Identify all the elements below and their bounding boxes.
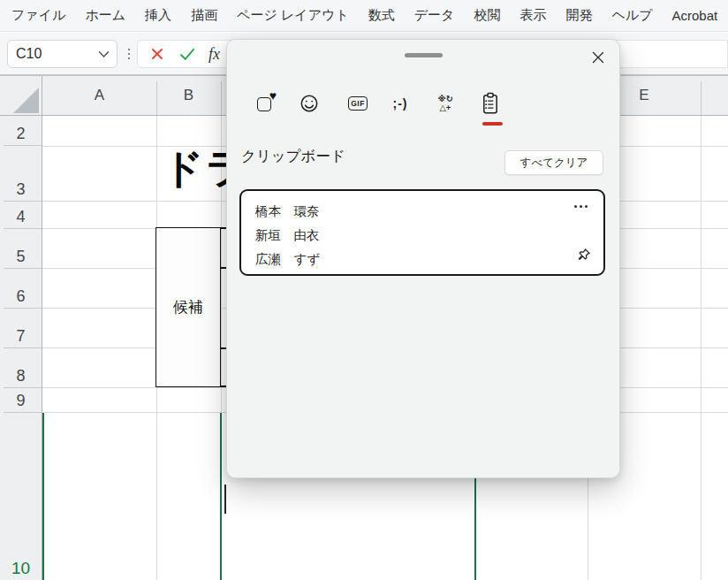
menu-item-view[interactable]: 表示: [519, 7, 546, 24]
emoji-clipboard-panel: ♥ GIF ;-) ※↻ △+: [226, 39, 620, 478]
pin-icon: [574, 247, 592, 264]
header-separator: [4, 412, 42, 413]
panel-drag-handle-icon[interactable]: [405, 53, 443, 57]
tab-gif[interactable]: GIF: [345, 90, 371, 117]
header-separator: [4, 228, 42, 229]
cancel-button[interactable]: [145, 42, 170, 65]
check-icon: [179, 48, 195, 61]
header-separator: [4, 145, 42, 146]
clear-all-button[interactable]: すべてクリア: [504, 150, 603, 175]
row-header-8[interactable]: 8: [0, 347, 42, 387]
excel-window: ファイル ホーム 挿入 描画 ページ レイアウト 数式 データ 校閲 表示 開発…: [0, 0, 728, 580]
row-header-strip: 2 3 4 5 6 7 8 9 10: [0, 116, 42, 580]
header-separator: [4, 268, 42, 269]
clipboard-item-card[interactable]: 橋本 環奈 新垣 由衣 広瀬 すず: [239, 189, 605, 276]
header-separator: [4, 387, 42, 388]
tab-recent[interactable]: ♥: [252, 90, 278, 117]
recent-heart-icon: ♥: [257, 95, 273, 111]
pin-button[interactable]: [573, 246, 593, 265]
menu-bar: ファイル ホーム 挿入 描画 ページ レイアウト 数式 データ 校閲 表示 開発…: [0, 0, 728, 32]
row-header-2[interactable]: 2: [0, 116, 42, 145]
header-separator: [221, 81, 222, 115]
select-all-triangle-icon: [13, 88, 39, 113]
text-caret: [224, 485, 226, 514]
close-icon: [592, 51, 604, 64]
menu-item-formulas[interactable]: 数式: [368, 7, 395, 24]
row-header-3[interactable]: 3: [0, 146, 42, 201]
candidate-merged-cell[interactable]: 候補: [155, 227, 221, 387]
row-header-10[interactable]: 10: [0, 413, 42, 580]
row-header-6[interactable]: 6: [0, 268, 42, 308]
menu-item-developer[interactable]: 開発: [565, 7, 592, 24]
chevron-down-icon[interactable]: [98, 50, 110, 58]
header-separator: [701, 81, 701, 115]
header-separator: [4, 201, 42, 202]
select-all-button[interactable]: [0, 76, 42, 116]
header-separator: [156, 81, 157, 115]
row-header-4[interactable]: 4: [0, 201, 42, 228]
clipboard-icon: [480, 92, 501, 116]
more-options-icon[interactable]: [574, 205, 588, 208]
cancel-x-icon: [150, 47, 164, 61]
formula-bar-drag-handle[interactable]: [123, 42, 135, 65]
tab-kaomoji[interactable]: ;-): [387, 90, 413, 117]
panel-tab-row: ♥ GIF ;-) ※↻ △+: [227, 90, 619, 118]
row-header-7[interactable]: 7: [0, 308, 42, 347]
clipboard-heading: クリップボード: [241, 147, 345, 166]
menu-item-page-layout[interactable]: ページ レイアウト: [237, 7, 349, 24]
row-header-5[interactable]: 5: [0, 228, 42, 268]
clipboard-item-text: 橋本 環奈 新垣 由衣 広瀬 すず: [255, 200, 320, 271]
row-header-9[interactable]: 9: [0, 387, 42, 412]
menu-item-home[interactable]: ホーム: [85, 7, 125, 24]
header-separator: [4, 347, 42, 348]
kaomoji-icon: ;-): [393, 96, 408, 111]
menu-item-file[interactable]: ファイル: [11, 7, 65, 24]
tab-clipboard[interactable]: [477, 90, 504, 117]
name-box[interactable]: C10: [7, 40, 118, 68]
menu-item-insert[interactable]: 挿入: [145, 7, 171, 24]
insert-function-button[interactable]: fx: [205, 45, 224, 64]
tab-emoji[interactable]: [296, 90, 322, 117]
enter-button[interactable]: [175, 42, 200, 65]
menu-item-review[interactable]: 校閲: [474, 7, 500, 24]
symbols-icon: ※↻ △+: [437, 95, 452, 112]
smiley-icon: [299, 93, 320, 114]
menu-item-acrobat[interactable]: Acrobat: [672, 8, 718, 23]
gif-icon: GIF: [348, 96, 368, 111]
selection-border-left: [220, 413, 223, 580]
column-header-b[interactable]: B: [156, 76, 221, 115]
selected-tab-underline: [482, 122, 503, 126]
menu-item-draw[interactable]: 描画: [191, 7, 217, 24]
clipboard-line: 新垣 由衣: [255, 224, 320, 248]
column-header-a[interactable]: A: [42, 76, 156, 115]
close-button[interactable]: [586, 45, 610, 70]
menu-item-data[interactable]: データ: [414, 7, 455, 24]
header-separator: [4, 308, 42, 309]
tab-symbols[interactable]: ※↻ △+: [432, 90, 459, 117]
name-box-value: C10: [16, 46, 98, 62]
clipboard-line: 広瀬 すず: [255, 248, 320, 271]
menu-item-help[interactable]: ヘルプ: [611, 7, 652, 24]
clipboard-line: 橋本 環奈: [255, 200, 320, 224]
